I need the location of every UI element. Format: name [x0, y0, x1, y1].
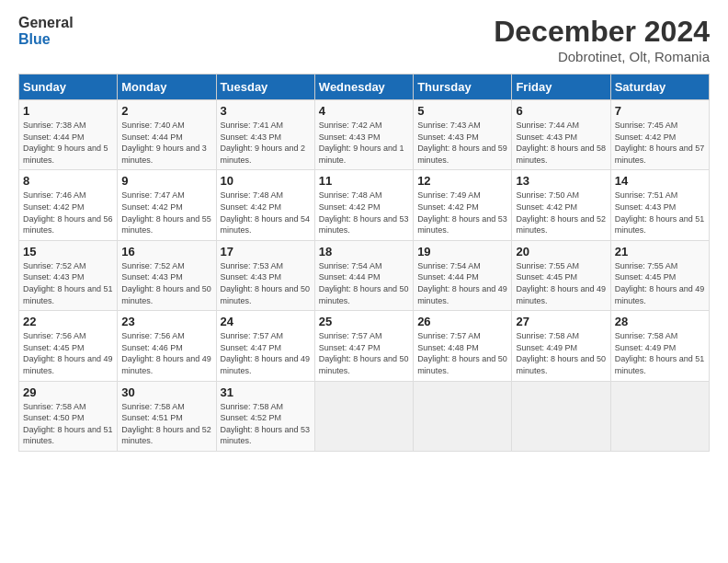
calendar-cell: 31 Sunrise: 7:58 AMSunset: 4:52 PMDaylig… [216, 381, 314, 451]
day-number: 11 [319, 174, 409, 188]
day-number: 24 [221, 315, 311, 328]
day-detail: Sunrise: 7:52 AMSunset: 4:43 PMDaylight:… [121, 261, 211, 305]
day-number: 1 [23, 104, 113, 118]
calendar-cell: 12 Sunrise: 7:49 AMSunset: 4:42 PMDaylig… [414, 170, 512, 240]
day-number: 5 [417, 104, 507, 118]
calendar-week-3: 15 Sunrise: 7:52 AMSunset: 4:43 PMDaylig… [19, 240, 710, 310]
calendar-header: SundayMondayTuesdayWednesdayThursdayFrid… [19, 75, 710, 100]
day-detail: Sunrise: 7:52 AMSunset: 4:43 PMDaylight:… [23, 261, 113, 305]
calendar-cell: 9 Sunrise: 7:47 AMSunset: 4:42 PMDayligh… [118, 170, 216, 240]
calendar-cell: 18 Sunrise: 7:54 AMSunset: 4:44 PMDaylig… [314, 240, 413, 310]
day-detail: Sunrise: 7:58 AMSunset: 4:50 PMDaylight:… [23, 402, 113, 446]
calendar-cell: 11 Sunrise: 7:48 AMSunset: 4:42 PMDaylig… [314, 170, 413, 240]
calendar-cell: 13 Sunrise: 7:50 AMSunset: 4:42 PMDaylig… [512, 170, 610, 240]
day-detail: Sunrise: 7:57 AMSunset: 4:47 PMDaylight:… [319, 331, 409, 375]
day-detail: Sunrise: 7:55 AMSunset: 4:45 PMDaylight:… [516, 261, 606, 305]
calendar-cell: 8 Sunrise: 7:46 AMSunset: 4:42 PMDayligh… [19, 170, 118, 240]
day-detail: Sunrise: 7:53 AMSunset: 4:43 PMDaylight:… [221, 261, 311, 305]
day-number: 13 [516, 174, 606, 188]
day-number: 9 [121, 174, 211, 188]
calendar-cell: 3 Sunrise: 7:41 AMSunset: 4:43 PMDayligh… [216, 100, 314, 170]
day-detail: Sunrise: 7:57 AMSunset: 4:48 PMDaylight:… [417, 331, 507, 375]
calendar-cell: 16 Sunrise: 7:52 AMSunset: 4:43 PMDaylig… [118, 240, 216, 310]
day-number: 2 [121, 104, 211, 118]
day-number: 22 [23, 315, 113, 328]
location-title: Dobrotinet, Olt, Romania [494, 49, 710, 64]
weekday-header-thursday: Thursday [414, 75, 512, 100]
weekday-header-sunday: Sunday [19, 75, 118, 100]
calendar-cell: 15 Sunrise: 7:52 AMSunset: 4:43 PMDaylig… [19, 240, 118, 310]
calendar-cell: 23 Sunrise: 7:56 AMSunset: 4:46 PMDaylig… [118, 311, 216, 381]
calendar-cell: 20 Sunrise: 7:55 AMSunset: 4:45 PMDaylig… [512, 240, 610, 310]
calendar-cell [610, 381, 709, 451]
calendar-week-2: 8 Sunrise: 7:46 AMSunset: 4:42 PMDayligh… [19, 170, 710, 240]
day-number: 3 [221, 104, 311, 118]
day-detail: Sunrise: 7:51 AMSunset: 4:43 PMDaylight:… [615, 190, 705, 235]
day-detail: Sunrise: 7:45 AMSunset: 4:42 PMDaylight:… [615, 121, 705, 165]
day-detail: Sunrise: 7:42 AMSunset: 4:43 PMDaylight:… [319, 121, 404, 165]
title-block: December 2024 Dobrotinet, Olt, Romania [494, 15, 710, 64]
weekday-header-tuesday: Tuesday [216, 75, 314, 100]
day-number: 18 [319, 245, 409, 259]
weekday-header-friday: Friday [512, 75, 610, 100]
day-number: 15 [23, 245, 113, 259]
day-number: 29 [23, 385, 113, 399]
logo-text-blue: Blue [18, 31, 74, 48]
calendar-cell: 19 Sunrise: 7:54 AMSunset: 4:44 PMDaylig… [414, 240, 512, 310]
weekday-header-row: SundayMondayTuesdayWednesdayThursdayFrid… [19, 75, 710, 100]
day-detail: Sunrise: 7:55 AMSunset: 4:45 PMDaylight:… [615, 261, 705, 305]
day-number: 16 [121, 245, 211, 259]
month-title: December 2024 [494, 15, 710, 49]
day-detail: Sunrise: 7:58 AMSunset: 4:49 PMDaylight:… [615, 331, 705, 375]
calendar-cell: 25 Sunrise: 7:57 AMSunset: 4:47 PMDaylig… [314, 311, 413, 381]
day-number: 19 [417, 245, 507, 259]
day-detail: Sunrise: 7:58 AMSunset: 4:51 PMDaylight:… [121, 402, 211, 446]
calendar-cell: 30 Sunrise: 7:58 AMSunset: 4:51 PMDaylig… [118, 381, 216, 451]
day-detail: Sunrise: 7:48 AMSunset: 4:42 PMDaylight:… [221, 190, 311, 235]
day-detail: Sunrise: 7:47 AMSunset: 4:42 PMDaylight:… [121, 190, 211, 235]
day-number: 20 [516, 245, 606, 259]
day-detail: Sunrise: 7:56 AMSunset: 4:46 PMDaylight:… [121, 331, 211, 375]
day-number: 4 [319, 104, 409, 118]
calendar-cell [414, 381, 512, 451]
day-number: 25 [319, 315, 409, 328]
day-number: 23 [121, 315, 211, 328]
calendar-cell: 1 Sunrise: 7:38 AMSunset: 4:44 PMDayligh… [19, 100, 118, 170]
day-detail: Sunrise: 7:49 AMSunset: 4:42 PMDaylight:… [417, 190, 507, 235]
logo-text-general: General [18, 15, 74, 31]
page-container: General Blue December 2024 Dobrotinet, O… [0, 0, 728, 461]
calendar-cell: 26 Sunrise: 7:57 AMSunset: 4:48 PMDaylig… [414, 311, 512, 381]
day-detail: Sunrise: 7:41 AMSunset: 4:43 PMDaylight:… [221, 121, 306, 165]
day-detail: Sunrise: 7:40 AMSunset: 4:44 PMDaylight:… [121, 121, 207, 165]
day-detail: Sunrise: 7:48 AMSunset: 4:42 PMDaylight:… [319, 190, 409, 235]
calendar-body: 1 Sunrise: 7:38 AMSunset: 4:44 PMDayligh… [19, 100, 710, 452]
day-detail: Sunrise: 7:54 AMSunset: 4:44 PMDaylight:… [417, 261, 507, 305]
day-number: 7 [615, 104, 705, 118]
day-number: 6 [516, 104, 606, 118]
calendar-cell [314, 381, 413, 451]
day-detail: Sunrise: 7:38 AMSunset: 4:44 PMDaylight:… [23, 121, 108, 165]
day-detail: Sunrise: 7:43 AMSunset: 4:43 PMDaylight:… [417, 121, 507, 165]
logo: General Blue [18, 15, 74, 47]
day-number: 31 [221, 385, 311, 399]
weekday-header-saturday: Saturday [610, 75, 709, 100]
calendar-week-5: 29 Sunrise: 7:58 AMSunset: 4:50 PMDaylig… [19, 381, 710, 451]
calendar-cell: 2 Sunrise: 7:40 AMSunset: 4:44 PMDayligh… [118, 100, 216, 170]
calendar-cell: 22 Sunrise: 7:56 AMSunset: 4:45 PMDaylig… [19, 311, 118, 381]
calendar-cell: 4 Sunrise: 7:42 AMSunset: 4:43 PMDayligh… [314, 100, 413, 170]
day-number: 26 [417, 315, 507, 328]
day-detail: Sunrise: 7:46 AMSunset: 4:42 PMDaylight:… [23, 190, 113, 235]
calendar-cell: 14 Sunrise: 7:51 AMSunset: 4:43 PMDaylig… [610, 170, 709, 240]
calendar-cell [512, 381, 610, 451]
day-number: 8 [23, 174, 113, 188]
day-detail: Sunrise: 7:56 AMSunset: 4:45 PMDaylight:… [23, 331, 113, 375]
day-number: 10 [221, 174, 311, 188]
logo-graphic: General Blue [18, 15, 74, 47]
calendar-cell: 28 Sunrise: 7:58 AMSunset: 4:49 PMDaylig… [610, 311, 709, 381]
calendar-cell: 24 Sunrise: 7:57 AMSunset: 4:47 PMDaylig… [216, 311, 314, 381]
calendar-cell: 27 Sunrise: 7:58 AMSunset: 4:49 PMDaylig… [512, 311, 610, 381]
weekday-header-monday: Monday [118, 75, 216, 100]
day-detail: Sunrise: 7:58 AMSunset: 4:49 PMDaylight:… [516, 331, 606, 375]
day-detail: Sunrise: 7:44 AMSunset: 4:43 PMDaylight:… [516, 121, 606, 165]
day-number: 12 [417, 174, 507, 188]
